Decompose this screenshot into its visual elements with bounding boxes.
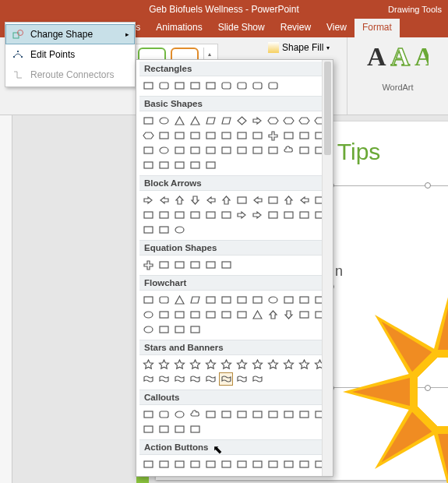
shape-rect-round1[interactable]: [219, 79, 233, 92]
gallery-scrollbar[interactable]: [322, 60, 333, 476]
shape-moon[interactable]: [266, 143, 280, 157]
shape-right-bracket[interactable]: [172, 158, 186, 171]
shape-ribbon2-d[interactable]: [188, 372, 202, 386]
shape-star5[interactable]: [188, 358, 202, 371]
shape-diamond[interactable]: [235, 114, 249, 127]
shape-teardrop[interactable]: [188, 129, 202, 142]
shape-alt-process[interactable]: [157, 293, 171, 306]
shape-arrow-lu[interactable]: [297, 193, 311, 206]
shape-rect[interactable]: [141, 79, 155, 92]
shape-sum-junc[interactable]: [203, 308, 217, 321]
shape-arrow-lru[interactable]: [250, 193, 264, 206]
shape-connector[interactable]: [141, 308, 155, 321]
shape-parallelogram[interactable]: [203, 114, 217, 127]
shape-rect-snip-diag[interactable]: [203, 79, 217, 92]
shape-sun[interactable]: [250, 143, 264, 157]
shape-multiply[interactable]: [172, 258, 186, 271]
shape-dodecagon[interactable]: [141, 129, 155, 142]
shape-vert-scroll[interactable]: [203, 372, 217, 386]
shape-line-bord-acc1[interactable]: [157, 422, 171, 435]
shape-rt-triangle[interactable]: [188, 114, 202, 127]
wordart-style-3[interactable]: A: [414, 42, 429, 72]
shape-star16[interactable]: [281, 358, 295, 371]
shape-sort[interactable]: [250, 308, 264, 321]
shape-oval[interactable]: [157, 114, 171, 127]
shape-display[interactable]: [188, 323, 202, 336]
shape-arrow-strip-r[interactable]: [203, 208, 217, 221]
shape-movie[interactable]: [250, 457, 264, 471]
shape-wave[interactable]: [235, 372, 249, 386]
shape-forward[interactable]: [157, 457, 171, 471]
shape-offpage[interactable]: [157, 308, 171, 321]
shape-right-brace[interactable]: [203, 158, 217, 171]
shape-rect-round2[interactable]: [235, 79, 249, 92]
shape-ribbon-d[interactable]: [157, 372, 171, 386]
shape-arrow-u[interactable]: [172, 193, 186, 206]
shape-can[interactable]: [297, 129, 311, 142]
shape-plus[interactable]: [141, 258, 155, 271]
shape-arrow-curve-u[interactable]: [172, 208, 186, 221]
shape-decision[interactable]: [172, 293, 186, 306]
shape-horz-scroll[interactable]: [219, 372, 233, 386]
shape-left-bracket[interactable]: [157, 158, 171, 171]
shape-arrow-curve-d[interactable]: [188, 208, 202, 221]
shape-arrow-d[interactable]: [188, 193, 202, 206]
shape-heart[interactable]: [219, 143, 233, 157]
shape-line-acc2[interactable]: [266, 407, 280, 421]
shape-arrow-chevron[interactable]: [250, 208, 264, 221]
shape-star12[interactable]: [266, 358, 280, 371]
shape-callout-u[interactable]: [297, 208, 311, 221]
shape-star10[interactable]: [250, 358, 264, 371]
shape-info[interactable]: [219, 457, 233, 471]
shape-star8[interactable]: [235, 358, 249, 371]
shape-arrow-curve-r[interactable]: [141, 208, 155, 221]
shape-left-brace[interactable]: [188, 158, 202, 171]
shape-collate[interactable]: [235, 308, 249, 321]
shape-return[interactable]: [235, 457, 249, 471]
shape-round-callout[interactable]: [157, 407, 171, 421]
shape-lightning[interactable]: [235, 143, 249, 157]
shape-minus[interactable]: [157, 258, 171, 271]
shape-half-frame[interactable]: [219, 129, 233, 142]
tab-animations[interactable]: Animations: [148, 19, 210, 37]
shape-block-arc[interactable]: [188, 143, 202, 157]
shape-not-equal[interactable]: [219, 258, 233, 271]
shape-arrow-quad[interactable]: [235, 193, 249, 206]
shape-prep[interactable]: [281, 293, 295, 306]
shape-divide[interactable]: [188, 258, 202, 271]
shape-explosion2[interactable]: [157, 358, 171, 371]
shape-stored[interactable]: [297, 308, 311, 321]
shape-text-box[interactable]: [141, 114, 155, 127]
shape-sound[interactable]: [281, 457, 295, 471]
shape-line-bord1[interactable]: [297, 407, 311, 421]
shape-arrow-lr[interactable]: [203, 193, 217, 206]
shape-help[interactable]: [297, 457, 311, 471]
shape-explosion1[interactable]: [141, 358, 155, 371]
tab-review[interactable]: Review: [273, 19, 319, 37]
shape-arrow-uturn[interactable]: [281, 193, 295, 206]
shape-star24[interactable]: [297, 358, 311, 371]
shape-begin[interactable]: [172, 457, 186, 471]
shape-arc[interactable]: [297, 143, 311, 157]
shape-equal[interactable]: [203, 258, 217, 271]
shape-double-wave[interactable]: [250, 372, 264, 386]
tab-view[interactable]: View: [319, 19, 355, 37]
shape-manual-in[interactable]: [297, 293, 311, 306]
shape-terminator[interactable]: [266, 293, 280, 306]
shape-arrow-penta[interactable]: [235, 208, 249, 221]
shape-line-acc3[interactable]: [281, 407, 295, 421]
shape-line-bord-acc3[interactable]: [188, 422, 202, 435]
shape-extract[interactable]: [266, 308, 280, 321]
shape-hexagon[interactable]: [266, 114, 280, 127]
shape-star7[interactable]: [219, 358, 233, 371]
tab-slideshow[interactable]: Slide Show: [210, 19, 273, 37]
shape-diag-stripe[interactable]: [250, 129, 264, 142]
shape-arrow-l[interactable]: [157, 193, 171, 206]
shape-line-bord-acc2[interactable]: [172, 422, 186, 435]
shape-internal[interactable]: [219, 293, 233, 306]
selection-handle-n[interactable]: [425, 182, 431, 189]
shape-brace-pair[interactable]: [141, 158, 155, 171]
shape-ribbon2-u[interactable]: [172, 372, 186, 386]
wordart-style-1[interactable]: A: [367, 42, 386, 72]
shape-rect-round-all[interactable]: [266, 79, 280, 92]
